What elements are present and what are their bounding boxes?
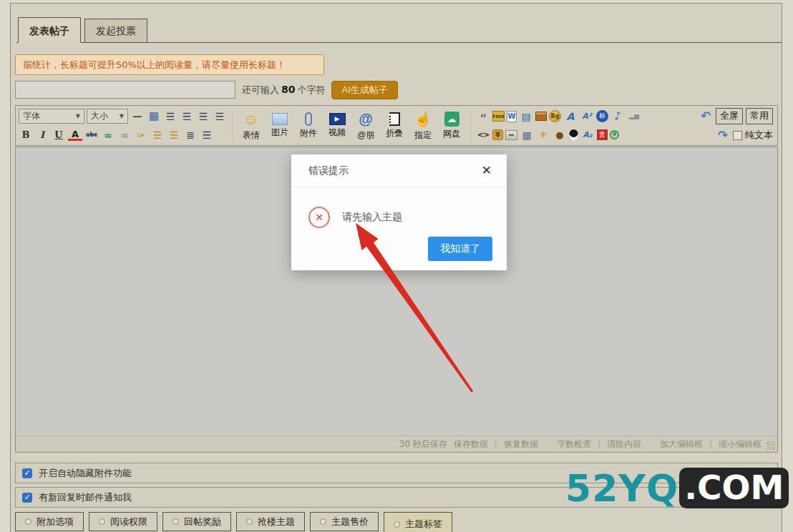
format-brush-icon[interactable]: ✑ — [134, 128, 148, 142]
watermark-text-right: .COM — [679, 468, 789, 508]
book-icon[interactable] — [535, 112, 547, 121]
close-icon[interactable]: ✕ — [482, 163, 492, 178]
quote-icon[interactable]: “ — [476, 109, 490, 124]
option-tab-additional[interactable]: 附加选项 — [15, 512, 84, 531]
email-notify-checkbox[interactable] — [22, 493, 32, 503]
align-center-icon[interactable]: ☰ — [180, 109, 194, 124]
option-tab-floor-grab[interactable]: 抢楼主题 — [236, 512, 305, 531]
toolbar-divider — [232, 109, 233, 142]
at-friend-icon: @ — [359, 110, 373, 128]
common-phrases-button[interactable]: 常用 — [746, 108, 773, 124]
separator: | — [495, 439, 497, 449]
word-count-link[interactable]: 字数检查 — [557, 438, 591, 450]
underline-icon[interactable]: U — [52, 128, 66, 142]
font-family-select[interactable]: 字体 ▼ — [19, 109, 84, 124]
option-tab-tags[interactable]: 主题标签 — [384, 512, 452, 532]
enlarge-editor-link[interactable]: 加大编辑框 — [660, 438, 703, 450]
option-tab-read-permission[interactable]: 阅读权限 — [89, 512, 157, 531]
at-friend-button[interactable]: @ @朋 — [352, 108, 379, 144]
option-tabs: 附加选项 阅读权限 回帖奖励 抢楼主题 主题售价 主题标签 — [15, 512, 452, 532]
save-data-link[interactable]: 保存数据 — [454, 438, 488, 450]
option-tab-label: 阅读权限 — [110, 516, 147, 528]
qq-icon[interactable] — [569, 129, 578, 141]
editor-top-tabs: 发表帖子发起投票 — [16, 16, 782, 43]
tab-new-poll[interactable]: 发起投票 — [84, 19, 147, 42]
option-tab-label: 抢楼主题 — [258, 516, 295, 528]
outdent-icon[interactable]: ☰ — [150, 128, 165, 142]
unlink-icon[interactable]: ∞ — [117, 128, 132, 142]
redo-icon[interactable]: ↷ — [716, 128, 730, 142]
shrink-editor-link[interactable]: 缩小编辑框 — [719, 438, 762, 450]
emoticon-icon: ☺ — [243, 110, 258, 128]
indent-icon[interactable]: ☰ — [167, 128, 181, 142]
subject-input[interactable] — [15, 81, 235, 99]
media-button-label: 折叠 — [386, 127, 403, 139]
attachment-button[interactable]: 附件 — [295, 108, 322, 144]
money-icon[interactable]: ¥ — [610, 130, 619, 139]
album-icon[interactable]: ➥ — [505, 130, 517, 140]
extra-icons-row1: “FREEW▤BgAA²标♪▂▅ — [476, 108, 641, 125]
coin-icon[interactable]: ● — [553, 128, 567, 142]
error-dialog-title: 错误提示 — [308, 164, 349, 177]
media-button-label: 网盘 — [443, 128, 460, 140]
undo-icon[interactable]: ↶ — [699, 109, 713, 123]
plain-text-checkbox[interactable] — [733, 131, 742, 140]
align-right-icon[interactable]: ☰ — [196, 109, 210, 124]
extra-icons-group: “FREEW▤BgAA²标♪▂▅ <>¥➥▦⚜●A₂赏¥ — [476, 108, 641, 144]
ordered-list-icon[interactable]: ≣ — [183, 128, 198, 142]
sell-icon[interactable]: ¥ — [492, 129, 503, 140]
word-doc-icon[interactable]: W — [507, 111, 517, 122]
option-tab-label: 主题标签 — [405, 518, 442, 531]
netdisk-button[interactable]: ☁ 网盘 — [438, 108, 465, 144]
restore-data-link[interactable]: 恢复数据 — [504, 438, 538, 450]
emoticon-button[interactable]: ☺ 表情 — [238, 108, 265, 144]
grid-icon[interactable]: ▦ — [520, 128, 534, 142]
font-size-select[interactable]: 大小 ▼ — [87, 109, 128, 124]
spellcheck-icon[interactable]: abc — [84, 128, 99, 142]
reward-icon[interactable]: 赏 — [597, 129, 608, 140]
subject-row: 还可输入80个字符 AI生成帖子 — [15, 80, 398, 99]
music-icon[interactable]: ♪ — [610, 109, 625, 124]
fancy-font-icon[interactable]: A — [563, 109, 578, 124]
biao-icon[interactable]: 标 — [596, 110, 608, 122]
option-tab-price[interactable]: 主题售价 — [310, 512, 379, 531]
unordered-list-icon[interactable]: ☰ — [200, 128, 214, 142]
option-tab-label: 主题售价 — [331, 516, 369, 528]
subscript-icon[interactable]: A₂ — [580, 128, 595, 142]
superscript-icon[interactable]: A² — [580, 109, 594, 124]
image-button[interactable]: 图片 — [266, 108, 293, 144]
code-icon[interactable]: <> — [476, 128, 490, 142]
align-justify-icon[interactable]: ☰ — [213, 109, 227, 124]
link-icon[interactable]: ∞ — [101, 128, 115, 142]
tab-list-icon[interactable]: ▤ — [519, 109, 533, 124]
collapse-button[interactable]: 折叠 — [381, 108, 408, 144]
fullscreen-button[interactable]: 全屏 — [716, 108, 743, 124]
ai-generate-post-button[interactable]: AI生成帖子 — [331, 81, 397, 99]
auto-hide-attachment-checkbox[interactable] — [22, 468, 32, 478]
free-icon[interactable]: FREE — [492, 111, 505, 122]
toolbar-divider — [470, 109, 471, 142]
align-left-icon[interactable]: ☰ — [163, 109, 177, 124]
assign-button[interactable]: ☝ 指定 — [409, 108, 437, 144]
error-dialog-body: 请先输入主题 — [291, 187, 507, 228]
clear-content-link[interactable]: 清除内容 — [607, 438, 641, 450]
italic-icon[interactable]: I — [35, 128, 49, 142]
tab-new-post[interactable]: 发表帖子 — [18, 17, 81, 43]
bullet-icon — [172, 518, 179, 525]
key-icon[interactable]: ⚜ — [536, 128, 550, 142]
table-icon[interactable]: ▦ — [147, 109, 161, 124]
option-tab-reply-reward[interactable]: 回帖奖励 — [162, 512, 231, 531]
font-color-icon[interactable]: A — [68, 129, 82, 141]
trade-icon[interactable]: ▂▅ — [627, 109, 641, 124]
netdisk-icon: ☁ — [444, 112, 459, 127]
confirm-button[interactable]: 我知道了 — [428, 237, 492, 261]
error-dialog: 错误提示 ✕ 请先输入主题 我知道了 — [291, 154, 507, 270]
format-icons-row1: —▦☰☰☰☰ — [130, 108, 227, 125]
bold-icon[interactable]: B — [19, 128, 33, 142]
media-buttons: ☺ 表情 图片 附件 ▶ 视频 @ @朋 折叠 — [238, 108, 465, 144]
resize-handle[interactable] — [767, 441, 775, 450]
video-button[interactable]: ▶ 视频 — [323, 108, 351, 144]
format-icons-row2: BIUAabc∞∞✑☰☰≣☰ — [19, 127, 227, 144]
horizontal-rule-icon[interactable]: — — [130, 109, 145, 124]
bg-color-icon[interactable]: Bg — [549, 110, 561, 122]
